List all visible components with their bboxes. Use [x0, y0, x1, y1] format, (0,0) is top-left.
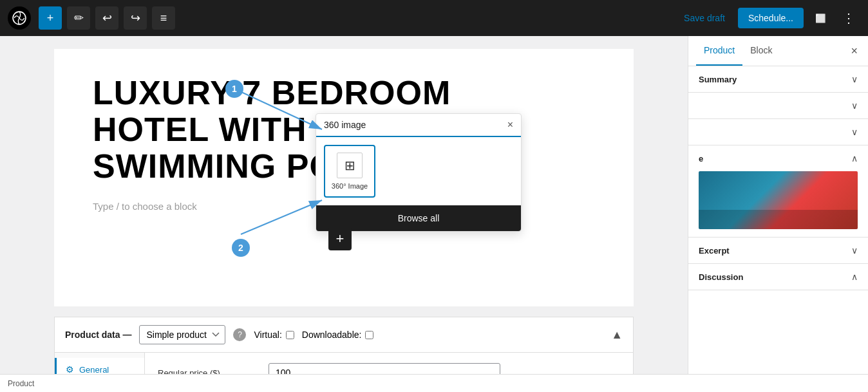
more-options-button[interactable]: ⋮ — [837, 6, 860, 30]
panel-section-image-header[interactable]: e ∧ — [688, 145, 868, 171]
downloadable-checkbox[interactable] — [365, 331, 373, 339]
panel-section-image: e ∧ — [688, 145, 868, 238]
block-search-input[interactable] — [324, 120, 502, 130]
panel-section-summary-header[interactable]: Summary ∨ — [688, 66, 868, 92]
discussion-label: Discussion — [699, 272, 743, 282]
image-chevron-icon: ∧ — [851, 153, 858, 163]
excerpt-label: Excerpt — [699, 246, 730, 256]
tab-block[interactable]: Block — [742, 36, 780, 66]
product-data-header: Product data — Simple product ? Virtual:… — [55, 317, 633, 353]
schedule-button[interactable]: Schedule... — [738, 8, 804, 28]
summary-label: Summary — [699, 75, 737, 84]
pen-button[interactable]: ✏ — [67, 6, 90, 30]
panel-image-container — [688, 171, 868, 237]
block-item-label: 360° Image — [332, 182, 368, 190]
panel-section-2-header[interactable]: ∨ — [688, 93, 868, 118]
bottom-bar: Product — [0, 374, 868, 392]
discussion-chevron-icon: ∧ — [851, 272, 858, 282]
product-data-collapse-button[interactable]: ▲ — [611, 328, 623, 342]
section3-chevron-icon: ∨ — [851, 127, 858, 137]
excerpt-chevron-icon: ∨ — [851, 245, 858, 256]
product-data-label: Product data — — [65, 330, 131, 340]
downloadable-checkbox-label[interactable]: Downloadable: — [302, 330, 374, 340]
panel-tabs: Product Block × — [688, 36, 868, 66]
block-item-360-image[interactable]: ⊞ 360° Image — [324, 145, 375, 198]
summary-chevron-icon: ∨ — [851, 74, 858, 84]
section2-chevron-icon: ∨ — [851, 100, 858, 111]
block-360-image-icon: ⊞ — [337, 153, 363, 178]
bottom-product-label: Product — [8, 379, 34, 388]
block-picker-search: × — [316, 114, 521, 137]
toolbar: + ✏ ↩ ↪ ≡ Save draft Schedule... ⬜ ⋮ — [0, 0, 868, 36]
editor-area: LUXURY 7 BEDROOM HOTEL WITH SWIMMING POO… — [0, 36, 688, 392]
tab-product[interactable]: Product — [696, 36, 742, 66]
block-picker-results: ⊞ 360° Image — [316, 137, 521, 205]
panel-section-3-header[interactable]: ∨ — [688, 119, 868, 145]
right-panel: Product Block × Summary ∨ ∨ ∨ e — [688, 36, 868, 392]
gear-icon: ⚙ — [66, 364, 74, 375]
block-search-clear-button[interactable]: × — [507, 119, 513, 131]
panel-close-button[interactable]: × — [848, 42, 860, 61]
panel-section-discussion-header[interactable]: Discussion ∧ — [688, 264, 868, 290]
virtual-checkbox[interactable] — [286, 331, 294, 339]
block-picker-popup: × ⊞ 360° Image Browse all — [316, 113, 522, 232]
add-block-toolbar-button[interactable]: + — [39, 6, 62, 30]
list-view-button[interactable]: ≡ — [152, 6, 175, 30]
panel-section-excerpt: Excerpt ∨ — [688, 238, 868, 264]
image-label: e — [699, 154, 703, 163]
view-toggle-button[interactable]: ⬜ — [809, 6, 832, 30]
panel-section-summary: Summary ∨ — [688, 66, 868, 93]
undo-button[interactable]: ↩ — [95, 6, 118, 30]
help-icon[interactable]: ? — [233, 328, 246, 341]
panel-section-3: ∨ — [688, 119, 868, 145]
main-layout: LUXURY 7 BEDROOM HOTEL WITH SWIMMING POO… — [0, 0, 868, 392]
product-image-thumbnail[interactable] — [699, 171, 858, 229]
redo-button[interactable]: ↪ — [124, 6, 147, 30]
add-block-inline-button[interactable]: + — [328, 227, 352, 250]
panel-section-discussion: Discussion ∧ — [688, 264, 868, 290]
virtual-checkbox-label[interactable]: Virtual: — [254, 330, 294, 340]
panel-section-2: ∨ — [688, 93, 868, 119]
save-draft-button[interactable]: Save draft — [676, 9, 733, 27]
product-type-select[interactable]: Simple product — [139, 325, 225, 344]
wp-logo[interactable] — [8, 6, 31, 30]
panel-section-excerpt-header[interactable]: Excerpt ∨ — [688, 238, 868, 263]
